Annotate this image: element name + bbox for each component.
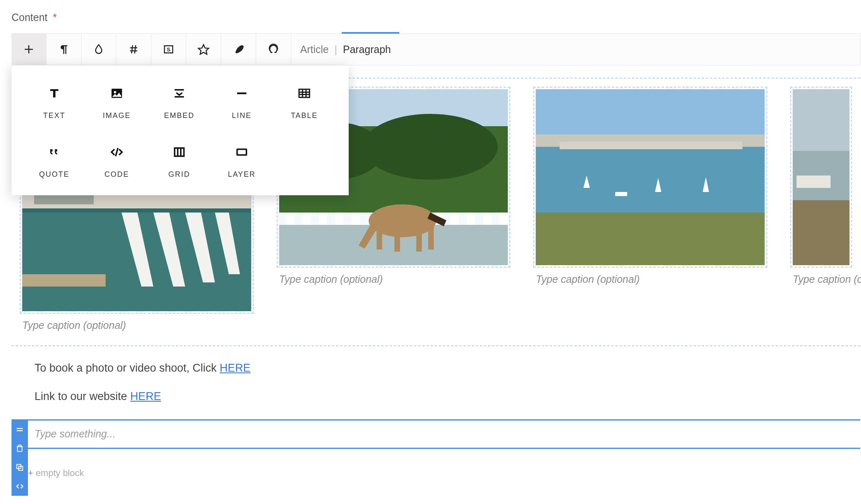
drop-icon [93,43,105,55]
breadcrumb-separator: | [334,44,337,55]
popover-item-label: GRID [148,170,211,179]
hash-icon [127,43,140,55]
field-label: Content * [12,12,861,23]
popover-item-label: LINE [211,111,273,120]
svg-point-36 [363,114,498,180]
popover-item-line[interactable]: LINE [211,85,273,120]
svg-rect-53 [793,89,849,155]
gallery-item-frame [790,87,852,268]
popover-item-label: TABLE [273,111,336,120]
paragraph-book[interactable]: To book a photo or video shoot, Click HE… [35,362,860,375]
pilcrow-icon [58,43,70,55]
svg-rect-20 [175,148,184,156]
text-icon [47,86,61,100]
breadcrumb-current[interactable]: Paragraph [343,44,391,55]
paragraph-book-prefix: To book a photo or video shoot, Click [35,362,220,374]
toolbar-add-button[interactable] [12,34,46,65]
popover-item-label: LAYER [211,170,273,179]
svg-rect-46 [536,147,765,217]
editor-shell: S Article | Paragraph TEXT [12,33,861,479]
active-block-placeholder[interactable]: Type something... [35,428,860,440]
popover-item-embed[interactable]: EMBED [148,85,211,120]
code-brackets-icon [15,482,24,491]
popover-item-label: EMBED [148,111,211,120]
gallery-item[interactable]: Type caption (optional) [790,87,852,333]
popover-item-layer[interactable]: LAYER [211,144,273,179]
link-book-here[interactable]: HERE [220,362,250,374]
breadcrumb-root[interactable]: Article [300,44,329,55]
svg-rect-55 [796,176,831,188]
toolbar-feather-button[interactable] [221,34,256,65]
link-website-here[interactable]: HERE [130,390,161,402]
popover-item-text[interactable]: TEXT [23,85,86,120]
svg-rect-32 [22,274,106,287]
plus-icon [23,43,35,55]
omega-icon [267,43,280,55]
field-label-text: Content [12,12,48,23]
required-mark: * [53,12,57,23]
gallery-caption-input[interactable]: Type caption (optional) [533,268,767,287]
gallery-caption-input[interactable]: Type caption (optional) [277,268,511,287]
svg-rect-44 [536,89,765,139]
code-icon [110,145,124,159]
popover-item-code[interactable]: CODE [86,144,148,179]
toolbar-breadcrumb: Article | Paragraph [291,34,391,65]
trash-icon [15,444,24,453]
toolbar-drop-button[interactable] [81,34,116,65]
toolbar-paragraph-button[interactable] [46,34,81,65]
block-side-tools [12,420,28,496]
gallery-caption-input[interactable]: Type caption (optional) [20,314,254,333]
star-icon [197,43,210,55]
toolbar-star-button[interactable] [186,34,221,65]
snippet-icon: S [162,43,175,55]
duplicate-icon [15,463,24,472]
feather-icon [232,43,245,55]
block-duplicate-button[interactable] [12,458,28,477]
svg-line-4 [132,45,133,53]
svg-rect-23 [237,149,247,155]
empty-block-hint[interactable]: +empty block [28,468,860,479]
drag-icon [15,425,24,434]
svg-line-5 [135,45,136,53]
svg-rect-52 [560,142,743,149]
popover-item-label: TEXT [23,111,86,120]
empty-block-label: empty block [36,468,84,478]
add-block-popover: TEXT IMAGE EMBED LINE TABLE [12,65,349,195]
svg-rect-14 [299,89,310,97]
quote-icon [47,145,61,159]
svg-text:S: S [167,47,170,53]
line-icon [235,86,249,100]
popover-item-grid[interactable]: GRID [148,144,211,179]
block-delete-button[interactable] [12,439,28,458]
toolbar-hash-button[interactable] [116,34,151,65]
svg-rect-56 [793,200,849,265]
block-html-button[interactable] [12,477,28,496]
layer-icon [235,145,249,159]
svg-marker-8 [199,45,209,54]
svg-rect-59 [18,446,22,451]
toolbar-omega-button[interactable] [256,34,291,65]
svg-rect-47 [536,213,765,265]
gallery-item-frame [533,87,767,268]
popover-item-label: CODE [86,170,148,179]
block-drag-handle[interactable] [12,420,28,439]
toolbar-snippet-button[interactable]: S [151,34,186,65]
svg-rect-40 [394,229,400,252]
empty-block-plus-icon: + [28,468,33,478]
gallery-caption-input[interactable]: Type caption (optional) [790,268,852,287]
svg-rect-51 [616,192,627,196]
gallery-image[interactable] [536,89,765,265]
table-icon [297,86,311,100]
paragraph-website[interactable]: Link to our website HERE [35,390,860,403]
gallery-image[interactable] [793,89,849,265]
popover-item-image[interactable]: IMAGE [86,85,148,120]
svg-rect-41 [416,229,422,252]
active-text-block[interactable]: Type something... [12,419,860,449]
popover-item-table[interactable]: TABLE [273,85,336,120]
svg-rect-39 [376,225,382,250]
image-icon [110,86,124,100]
gallery-item[interactable]: Type caption (optional) [533,87,767,333]
popover-item-quote[interactable]: QUOTE [23,144,86,179]
editor-toolbar: S Article | Paragraph [12,33,860,65]
popover-item-label: QUOTE [23,170,86,179]
